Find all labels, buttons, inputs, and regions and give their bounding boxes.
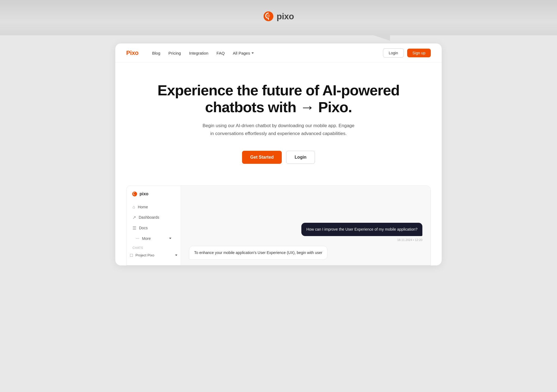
ai-chat-message: To enhance your mobile application's Use… [189,246,327,260]
dashboards-icon: ↗ [132,215,136,220]
user-message-block: How can I improve the User Experience of… [189,223,422,242]
pixo-logo-icon-top [263,11,274,22]
nav-login-button[interactable]: Login [383,48,404,58]
top-banner: pixo [0,0,557,35]
chat-timestamp: 18.11.2024 • 12:20 [397,238,422,242]
hero-section: Experience the future of AI-powered chat… [115,63,442,177]
nav-actions: Login Sign up [383,48,431,58]
sidebar: pixo ⌂ Home ↗ Dashboards ☰ Docs ··· [126,186,181,265]
nav-logo[interactable]: Pixo [126,49,138,57]
sidebar-chat-project-pixo[interactable]: ☐ Project Pixo [126,251,181,260]
sidebar-logo-icon [132,191,137,197]
nav-links: Blog Pricing Integration FAQ All Pages [152,51,372,55]
all-pages-chevron-icon [252,52,254,54]
svg-point-1 [267,14,270,17]
user-chat-message: How can I improve the User Experience of… [301,223,422,236]
hero-title: Experience the future of AI-powered chat… [126,82,431,115]
sidebar-logo: pixo [126,191,181,202]
hero-subtitle: Begin using our AI-driven chatbot by dow… [202,122,355,138]
app-preview: pixo ⌂ Home ↗ Dashboards ☰ Docs ··· [126,186,431,265]
get-started-button[interactable]: Get Started [242,151,282,164]
chat-area: How can I improve the User Experience of… [181,186,431,265]
nav-signup-button[interactable]: Sign up [407,49,431,57]
top-brand-name: pixo [277,11,294,21]
chat-folder-icon: ☐ [130,253,133,258]
nav-link-integration[interactable]: Integration [189,51,208,55]
sidebar-chats-label: Chats [126,243,181,251]
home-icon: ⌂ [132,205,135,209]
project-pixo-chevron-icon [175,255,177,256]
sidebar-nav: ⌂ Home ↗ Dashboards ☰ Docs ··· More [126,202,181,243]
more-icon: ··· [136,236,139,241]
sidebar-logo-text: pixo [140,192,148,196]
nav-link-pricing[interactable]: Pricing [168,51,181,55]
nav-link-blog[interactable]: Blog [152,51,160,55]
top-brand-logo[interactable]: pixo [263,11,294,22]
sidebar-item-docs[interactable]: ☰ Docs [130,223,177,233]
navbar: Pixo Blog Pricing Integration FAQ All Pa… [115,43,442,63]
sidebar-item-home[interactable]: ⌂ Home [130,202,177,212]
sidebar-item-more[interactable]: ··· More [130,234,177,243]
nav-link-faq[interactable]: FAQ [216,51,225,55]
nav-link-all-pages[interactable]: All Pages [233,51,254,55]
hero-buttons: Get Started Login [126,151,431,164]
main-card: Pixo Blog Pricing Integration FAQ All Pa… [115,43,442,265]
sidebar-item-dashboards[interactable]: ↗ Dashboards [130,212,177,222]
docs-icon: ☰ [132,225,136,231]
more-chevron-icon [169,238,171,239]
hero-login-button[interactable]: Login [286,151,315,164]
